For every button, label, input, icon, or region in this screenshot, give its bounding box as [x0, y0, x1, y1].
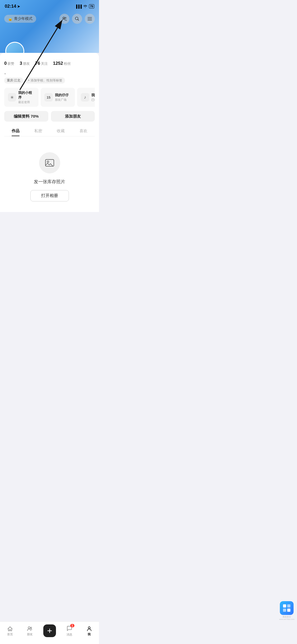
bio-text: 。 — [4, 69, 95, 76]
svg-point-2 — [75, 17, 78, 20]
mini-program-icon: ✳ — [8, 93, 16, 102]
edit-profile-button[interactable]: 编辑资料 70% — [4, 111, 48, 122]
empty-text: 发一张库存照片 — [34, 179, 65, 185]
status-bar: 02:14 ➤ ▐▐▐ 79 — [0, 0, 99, 11]
empty-state: 发一张库存照片 打开相册 — [4, 136, 95, 212]
status-time: 02:14 ➤ — [5, 4, 20, 9]
location-tag[interactable]: 重庆·江北 — [4, 77, 23, 84]
empty-icon-wrap — [39, 152, 60, 173]
content-tabs: 作品 私密 收藏 喜欢 — [4, 125, 95, 136]
zaizi-item[interactable]: 15 我的仔仔 朋友广场 — [41, 88, 75, 107]
music-icon: ♪ — [81, 93, 89, 102]
profile-card: 0 获赞 3 朋友 76 关注 1252 粉丝 。 重庆·江北 + 添加学校、性… — [0, 53, 99, 212]
stats-row: 0 获赞 3 朋友 76 关注 1252 粉丝 — [4, 57, 95, 69]
svg-rect-3 — [45, 159, 54, 166]
add-tag-button[interactable]: + 添加学校、性别等标签 — [25, 77, 65, 84]
location-arrow-icon: ➤ — [17, 4, 20, 8]
signal-icon: ▐▐▐ — [75, 4, 82, 8]
quick-actions-row: ✳ 我的小程序 最近使用 15 我的仔仔 朋友广场 ♪ 我的 已收 — [4, 87, 95, 110]
search-button[interactable] — [72, 14, 82, 24]
stat-followers: 1252 粉丝 — [53, 61, 71, 66]
youth-mode-button[interactable]: 🔒 青少年模式 — [4, 15, 36, 23]
tab-favorites[interactable]: 收藏 — [50, 125, 72, 136]
mini-program-item[interactable]: ✳ 我的小程序 最近使用 — [4, 88, 39, 107]
svg-point-4 — [47, 161, 49, 163]
tab-works[interactable]: 作品 — [4, 125, 27, 136]
header-icons — [59, 14, 95, 24]
tab-private[interactable]: 私密 — [27, 125, 50, 136]
open-album-button[interactable]: 打开相册 — [30, 190, 69, 201]
music-item[interactable]: ♪ 我的 已收 — [77, 88, 95, 107]
add-friend-button[interactable]: 添加朋友 — [51, 111, 95, 122]
friends-button[interactable] — [59, 14, 69, 24]
status-icons: ▐▐▐ 79 — [75, 4, 94, 8]
tab-likes[interactable]: 喜欢 — [72, 125, 95, 136]
battery-indicator: 79 — [89, 4, 94, 8]
stat-following: 76 关注 — [35, 61, 48, 66]
svg-point-0 — [63, 17, 65, 19]
wifi-icon — [83, 5, 87, 8]
zaizi-icon: 15 — [44, 93, 53, 102]
svg-point-1 — [65, 17, 66, 19]
image-placeholder-icon — [45, 158, 55, 168]
action-buttons: 编辑资料 70% 添加朋友 — [4, 110, 95, 125]
stat-likes: 0 获赞 — [4, 61, 14, 66]
tags-row: 重庆·江北 + 添加学校、性别等标签 — [4, 76, 95, 87]
lock-icon: 🔒 — [8, 17, 12, 21]
menu-button[interactable] — [85, 14, 95, 24]
stat-friends: 3 朋友 — [20, 61, 30, 66]
